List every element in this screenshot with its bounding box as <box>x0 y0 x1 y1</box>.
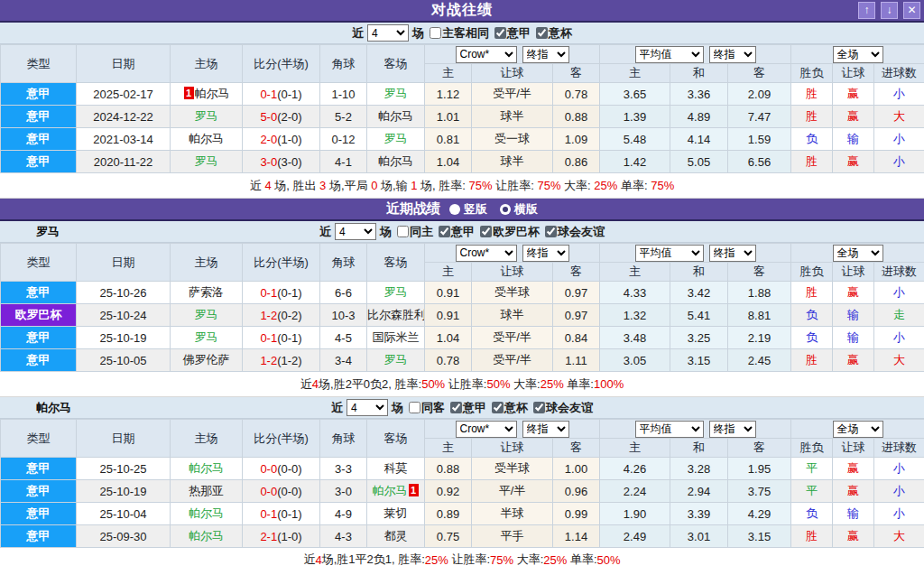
result-cell: 走 <box>874 304 924 327</box>
summary-segment: 75% <box>469 179 493 192</box>
move-up-icon[interactable]: ↑ <box>858 2 875 19</box>
radio-label: 横版 <box>514 201 538 218</box>
parma-summary: 近4场,胜1平2负1, 胜率:25% 让胜率:75% 大率:25% 单率:50% <box>0 548 924 571</box>
odds-source-select[interactable]: Crow* <box>456 421 517 438</box>
checkbox-input[interactable] <box>450 402 462 413</box>
team-cell: 罗马 <box>171 304 243 327</box>
team-name: 罗马 <box>195 308 218 321</box>
filter-checkbox-意甲[interactable]: 意甲 <box>439 224 475 240</box>
league-cell: 意甲 <box>1 282 77 304</box>
final-odds-select-1[interactable]: 终指 <box>522 46 569 63</box>
summary-segment: 大率: <box>560 178 594 194</box>
odds-cell: 4.89 <box>670 106 728 128</box>
score-cell: 0-1(0-1) <box>243 282 320 304</box>
team-cell: 国际米兰 <box>367 327 425 349</box>
filter-checkbox-球会友谊[interactable]: 球会友谊 <box>545 224 605 240</box>
team-name: 罗马 <box>384 353 408 366</box>
match-row: 意甲2021-03-14帕尔马2-0(1-0)0-12罗马0.81受一球1.09… <box>1 128 924 151</box>
checkbox-input[interactable] <box>397 226 409 237</box>
result-cell: 赢 <box>833 525 874 548</box>
result-cell: 小 <box>874 503 924 525</box>
average-odds-select[interactable]: 平均值 <box>635 46 704 63</box>
final-odds-select-2[interactable]: 终指 <box>709 46 756 63</box>
odds-cell: 3.75 <box>728 480 791 503</box>
score-cell: 5-0(2-0) <box>243 106 320 128</box>
col-type: 类型 <box>1 420 77 458</box>
checkbox-input[interactable] <box>494 27 506 39</box>
checkbox-input[interactable] <box>492 402 504 413</box>
match-count-select[interactable]: 4 <box>346 399 388 416</box>
score-cell: 2-1(1-0) <box>243 525 320 548</box>
col-result-wl: 胜负 <box>791 64 833 83</box>
match-count-select[interactable]: 4 <box>367 24 409 42</box>
layout-radio-横版[interactable]: 横版 <box>500 201 538 218</box>
col-score: 比分(半场) <box>243 45 320 83</box>
checkbox-input[interactable] <box>533 402 545 413</box>
full-match-select[interactable]: 全场 <box>833 46 883 63</box>
radio-icon[interactable] <box>449 204 460 215</box>
odds-cell: 3.48 <box>600 327 670 349</box>
filter-checkbox-欧罗巴杯[interactable]: 欧罗巴杯 <box>480 224 540 240</box>
filter-checkbox-意甲[interactable]: 意甲 <box>494 25 531 42</box>
league-cell: 欧罗巴杯 <box>1 304 77 327</box>
odds-cell: 1.90 <box>600 503 670 525</box>
result-cell: 大 <box>874 349 924 372</box>
final-odds-select-1[interactable]: 终指 <box>522 421 569 438</box>
odds-cell: 1.09 <box>553 128 600 151</box>
odds-cell: 4.14 <box>670 128 728 151</box>
filter-checkbox-同客[interactable]: 同客 <box>409 400 445 416</box>
corner-cell: 10-3 <box>320 304 367 327</box>
final-odds-select-2[interactable]: 终指 <box>709 245 756 262</box>
col-result-ah: 让球 <box>833 263 874 282</box>
match-row: 意甲25-10-04帕尔马0-1(0-1)4-9莱切0.89半球0.991.90… <box>1 503 924 525</box>
team-name: 罗马 <box>384 87 408 100</box>
filter-checkbox-意杯[interactable]: 意杯 <box>536 25 572 42</box>
average-odds-select[interactable]: 平均值 <box>635 421 704 438</box>
match-count-select[interactable]: 4 <box>335 223 376 240</box>
summary-segment: 25% <box>543 553 567 567</box>
move-down-icon[interactable]: ↓ <box>881 2 898 19</box>
layout-radio-竖版[interactable]: 竖版 <box>449 201 487 218</box>
odds-source-select[interactable]: Crow* <box>456 46 517 63</box>
checkbox-input[interactable] <box>536 27 548 39</box>
filter-checkbox-意甲[interactable]: 意甲 <box>450 400 486 416</box>
col-away: 客场 <box>367 45 425 83</box>
col-1x2-home: 主 <box>600 439 670 458</box>
filter-checkbox-意杯[interactable]: 意杯 <box>492 400 528 416</box>
roma-filter-controls: 近4场同主意甲欧罗巴杯球会友谊 <box>319 223 605 240</box>
col-ah-home: 主 <box>425 64 472 83</box>
full-match-select[interactable]: 全场 <box>833 421 883 438</box>
date-cell: 25-10-24 <box>77 304 171 327</box>
filter-checkbox-主客相同[interactable]: 主客相同 <box>430 25 489 42</box>
result-cell: 胜 <box>791 525 833 548</box>
team-name: 比尔森胜利 <box>367 308 425 321</box>
checkbox-input[interactable] <box>409 402 420 413</box>
final-odds-select-2[interactable]: 终指 <box>709 421 756 438</box>
odds-source-select[interactable]: Crow* <box>456 245 517 262</box>
full-match-select[interactable]: 全场 <box>833 245 883 262</box>
date-cell: 2021-03-14 <box>77 128 171 151</box>
checkbox-input[interactable] <box>430 27 441 39</box>
team-cell: 罗马 <box>171 106 243 128</box>
team-cell: 帕尔马 <box>367 151 425 173</box>
checkbox-input[interactable] <box>480 226 492 237</box>
summary-segment: 50% <box>486 377 510 391</box>
col-ah-away: 客 <box>553 263 600 282</box>
col-ah-line: 让球 <box>472 64 553 83</box>
checkbox-input[interactable] <box>439 226 450 237</box>
team-name: 莱切 <box>384 506 408 520</box>
checkbox-input[interactable] <box>545 226 557 237</box>
summary-segment: 25% <box>594 179 617 192</box>
result-cell: 小 <box>874 480 924 503</box>
close-icon[interactable]: ✕ <box>903 2 920 19</box>
filter-checkbox-球会友谊[interactable]: 球会友谊 <box>533 400 593 416</box>
average-odds-select[interactable]: 平均值 <box>635 245 704 262</box>
radio-icon[interactable] <box>500 204 511 215</box>
odds-cell: 0.81 <box>425 128 472 151</box>
filter-checkbox-同主[interactable]: 同主 <box>397 224 433 240</box>
final-odds-select-1[interactable]: 终指 <box>522 245 569 262</box>
red-card-badge: 1 <box>409 484 419 496</box>
match-row: 欧罗巴杯25-10-24罗马1-2(0-2)10-3比尔森胜利0.91球半0.9… <box>1 304 924 327</box>
league-cell: 意甲 <box>1 349 77 372</box>
team-cell: 帕尔马1 <box>367 480 425 503</box>
